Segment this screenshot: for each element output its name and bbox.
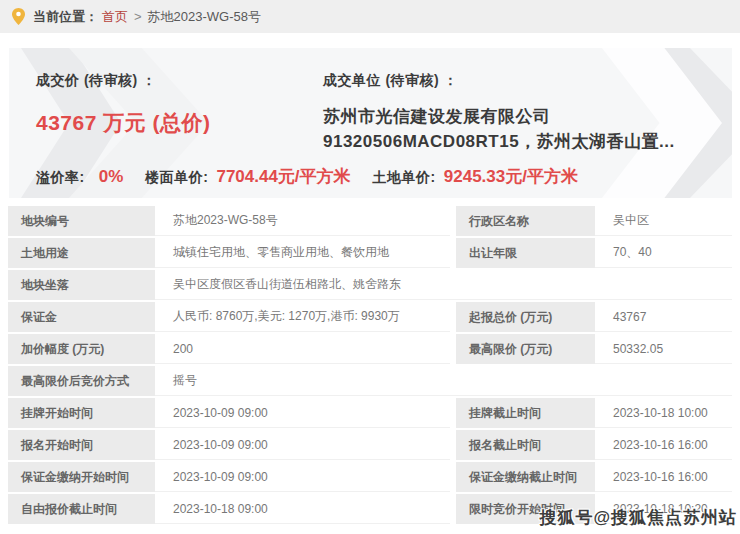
- premium-rate-value: 0%: [99, 167, 124, 187]
- table-row-listing-time: 挂牌开始时间 2023-10-09 09:00 挂牌截止时间 2023-10-1…: [8, 398, 732, 428]
- row-value: 吴中区: [595, 206, 732, 236]
- row-value: 70、40: [595, 238, 732, 268]
- row-label: 保证金: [8, 302, 155, 332]
- row-value: 2023-10-16 16:00: [595, 430, 732, 460]
- table-row-land-use: 土地用途 城镇住宅用地、零售商业用地、餐饮用地 出让年限 70、40: [8, 238, 732, 268]
- row-label: 报名截止时间: [456, 430, 595, 460]
- row-value: 200: [155, 334, 450, 364]
- deal-unit-name: 苏州市光信建设发展有限公司: [323, 104, 732, 129]
- row-value: 50332.05: [595, 334, 732, 364]
- deal-price-value: 43767 万元 (总价): [36, 109, 323, 137]
- deal-unit-label: 成交单位 (待审核) ：: [323, 72, 732, 90]
- land-detail-table: 地块编号 苏地2023-WG-58号 行政区名称 吴中区 土地用途 城镇住宅用地…: [8, 206, 732, 526]
- row-label: 土地用途: [8, 238, 155, 268]
- floor-price-value: 7704.44元/平方米: [216, 165, 350, 188]
- deal-price-label: 成交价 (待审核) ：: [36, 72, 323, 90]
- row-value: 2023-10-18 10:20: [595, 494, 732, 524]
- row-value: 摇号: [155, 366, 732, 396]
- row-label: 保证金缴纳截止时间: [456, 462, 595, 492]
- row-value: 城镇住宅用地、零售商业用地、餐饮用地: [155, 238, 450, 268]
- row-label: 行政区名称: [456, 206, 595, 236]
- row-value: 2023-10-16 16:00: [595, 462, 732, 492]
- premium-rate-label: 溢价率:: [36, 169, 85, 187]
- row-label: 报名开始时间: [8, 430, 155, 460]
- row-label: 限时竞价开始时间: [456, 494, 595, 524]
- price-stats-row: 溢价率: 0% 楼面单价: 7704.44元/平方米 土地单价: 9245.33…: [36, 165, 578, 188]
- row-value: 2023-10-09 09:00: [155, 430, 450, 460]
- row-label: 保证金缴纳开始时间: [8, 462, 155, 492]
- row-value: 人民币: 8760万,美元: 1270万,港币: 9930万: [155, 302, 450, 332]
- breadcrumb-prefix: 当前位置：: [33, 8, 98, 26]
- deal-unit-block: 成交单位 (待审核) ： 苏州市光信建设发展有限公司 91320506MACD0…: [323, 72, 732, 154]
- table-row-cap-method: 最高限价后竞价方式 摇号: [8, 366, 732, 396]
- table-row-deposit: 保证金 人民币: 8760万,美元: 1270万,港币: 9930万 起报总价 …: [8, 302, 732, 332]
- deal-price-block: 成交价 (待审核) ： 43767 万元 (总价): [36, 72, 323, 154]
- table-row-bid-increment: 加价幅度 (万元) 200 最高限价 (万元) 50332.05: [8, 334, 732, 364]
- row-label: 起报总价 (万元): [456, 302, 595, 332]
- row-label: 挂牌截止时间: [456, 398, 595, 428]
- location-pin-icon: [12, 8, 25, 25]
- breadcrumb: 当前位置： 首页 > 苏地2023-WG-58号: [0, 0, 740, 33]
- breadcrumb-separator: >: [134, 9, 142, 24]
- row-label: 地块编号: [8, 206, 155, 236]
- row-label: 加价幅度 (万元): [8, 334, 155, 364]
- row-label: 最高限价后竞价方式: [8, 366, 155, 396]
- land-price-value: 9245.33元/平方米: [444, 165, 578, 188]
- row-value: 苏地2023-WG-58号: [155, 206, 450, 236]
- table-row-registration-time: 报名开始时间 2023-10-09 09:00 报名截止时间 2023-10-1…: [8, 430, 732, 460]
- row-value: 2023-10-09 09:00: [155, 462, 450, 492]
- deal-summary-card: 成交价 (待审核) ： 43767 万元 (总价) 成交单位 (待审核) ： 苏…: [9, 48, 732, 198]
- row-value: 吴中区度假区香山街道伍相路北、姚舍路东: [155, 270, 732, 300]
- floor-price-label: 楼面单价:: [145, 169, 208, 187]
- table-row-parcel-number: 地块编号 苏地2023-WG-58号 行政区名称 吴中区: [8, 206, 732, 236]
- row-value: 43767: [595, 302, 732, 332]
- row-label: 挂牌开始时间: [8, 398, 155, 428]
- table-row-location: 地块坐落 吴中区度假区香山街道伍相路北、姚舍路东: [8, 270, 732, 300]
- land-price-label: 土地单价:: [373, 169, 436, 187]
- row-label: 自由报价截止时间: [8, 494, 155, 524]
- row-value: 2023-10-09 09:00: [155, 398, 450, 428]
- breadcrumb-home-link[interactable]: 首页: [102, 8, 128, 26]
- row-label: 最高限价 (万元): [456, 334, 595, 364]
- deal-unit-detail: 91320506MACD08RT15，苏州太湖香山置...: [323, 129, 732, 154]
- breadcrumb-current: 苏地2023-WG-58号: [148, 8, 261, 26]
- row-label: 地块坐落: [8, 270, 155, 300]
- row-label: 出让年限: [456, 238, 595, 268]
- table-row-free-bid-deadline: 自由报价截止时间 2023-10-18 09:00 限时竞价开始时间 2023-…: [8, 494, 732, 524]
- table-row-deposit-payment-time: 保证金缴纳开始时间 2023-10-09 09:00 保证金缴纳截止时间 202…: [8, 462, 732, 492]
- row-value: 2023-10-18 10:00: [595, 398, 732, 428]
- row-value: 2023-10-18 09:00: [155, 494, 450, 524]
